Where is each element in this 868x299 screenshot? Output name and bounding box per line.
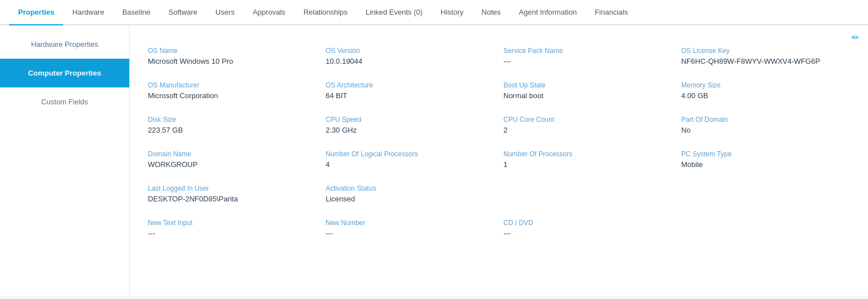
content-area: ✏ OS NameMicrosoft Windows 10 ProOS Vers… (130, 25, 868, 296)
property-label-14: Number Of Processors (503, 150, 668, 158)
property-value-16: DESKTOP-2NF0D85\Parita (148, 195, 312, 203)
property-cell-2: Service Pack Name--- (499, 39, 677, 73)
property-value-7: 4.00 GB (681, 91, 845, 100)
sidebar-item-custom-fields[interactable]: Custom Fields (0, 87, 129, 116)
property-cell-19 (677, 177, 854, 211)
property-label-2: Service Pack Name (503, 47, 668, 55)
property-cell-20: New Text Input--- (143, 211, 321, 245)
property-value-6: Normal boot (503, 91, 668, 100)
property-label-16: Last Logged In User (148, 184, 312, 192)
property-label-0: OS Name (148, 47, 312, 55)
property-label-6: Boot Up State (503, 81, 668, 89)
nav-tab-financials[interactable]: Financials (586, 0, 637, 25)
property-cell-7: Memory Size4.00 GB (677, 73, 854, 108)
nav-tab-approvals[interactable]: Approvals (244, 0, 295, 25)
property-label-8: Disk Size (148, 116, 312, 124)
property-label-15: PC System Type (681, 150, 845, 158)
property-cell-0: OS NameMicrosoft Windows 10 Pro (143, 39, 321, 73)
property-value-15: Mobile (681, 160, 845, 169)
property-cell-15: PC System TypeMobile (677, 142, 854, 177)
property-label-10: CPU Core Count (503, 116, 668, 124)
nav-tab-hardware[interactable]: Hardware (63, 0, 113, 25)
property-cell-18 (499, 177, 677, 211)
property-cell-13: Number Of Logical Processors4 (321, 142, 499, 177)
property-value-22: --- (503, 229, 668, 238)
nav-tab-relationships[interactable]: Relationships (295, 0, 357, 25)
property-label-12: Domain Name (148, 150, 312, 158)
property-cell-9: CPU Speed2.30 GHz (321, 108, 499, 142)
properties-grid: OS NameMicrosoft Windows 10 ProOS Versio… (143, 39, 854, 245)
property-cell-16: Last Logged In UserDESKTOP-2NF0D85\Parit… (143, 177, 321, 211)
property-value-2: --- (503, 57, 668, 65)
property-value-13: 4 (326, 160, 490, 169)
property-value-5: 64 BIT (326, 91, 490, 100)
property-label-22: CD / DVD (503, 219, 668, 227)
property-value-9: 2.30 GHz (326, 126, 490, 134)
property-value-20: --- (148, 229, 312, 238)
property-value-12: WORKGROUP (148, 160, 312, 169)
property-label-17: Activation Status (326, 184, 490, 192)
nav-tab-history[interactable]: History (432, 0, 472, 25)
property-label-11: Part Of Domain (681, 116, 845, 124)
property-label-7: Memory Size (681, 81, 845, 89)
property-value-1: 10.0.19044 (326, 57, 490, 65)
property-cell-4: OS ManufacturerMicrosoft Corporation (143, 73, 321, 108)
property-value-4: Microsoft Corporation (148, 91, 312, 100)
property-cell-12: Domain NameWORKGROUP (143, 142, 321, 177)
property-label-3: OS License Key (681, 47, 845, 55)
property-cell-11: Part Of DomainNo (677, 108, 854, 142)
property-cell-10: CPU Core Count2 (499, 108, 677, 142)
nav-tab-software[interactable]: Software (160, 0, 207, 25)
property-label-5: OS Architecture (326, 81, 490, 89)
property-label-4: OS Manufacturer (148, 81, 312, 89)
top-navigation: PropertiesHardwareBaselineSoftwareUsersA… (0, 0, 868, 25)
sidebar: Hardware PropertiesComputer PropertiesCu… (0, 25, 130, 296)
nav-tab-users[interactable]: Users (207, 0, 244, 25)
property-cell-23 (677, 211, 854, 245)
property-label-13: Number Of Logical Processors (326, 150, 490, 158)
property-label-21: New Number (326, 219, 490, 227)
sidebar-item-computer-properties[interactable]: Computer Properties (0, 59, 129, 87)
property-cell-22: CD / DVD--- (499, 211, 677, 245)
nav-tab-baseline[interactable]: Baseline (113, 0, 160, 25)
property-value-17: Licensed (326, 195, 490, 203)
property-value-21: --- (326, 229, 490, 238)
property-cell-8: Disk Size223.57 GB (143, 108, 321, 142)
nav-tab-properties[interactable]: Properties (9, 0, 63, 25)
property-value-14: 1 (503, 160, 668, 169)
property-value-11: No (681, 126, 845, 134)
property-label-1: OS Version (326, 47, 490, 55)
property-label-20: New Text Input (148, 219, 312, 227)
property-cell-3: OS License KeyNF6HC-QH89W-F8WYV-WWXV4-WF… (677, 39, 854, 73)
nav-tab-linked-events-(0)[interactable]: Linked Events (0) (357, 0, 432, 25)
property-value-3: NF6HC-QH89W-F8WYV-WWXV4-WFG6P (681, 57, 845, 65)
property-cell-21: New Number--- (321, 211, 499, 245)
sidebar-item-hardware-properties[interactable]: Hardware Properties (0, 30, 129, 59)
property-cell-17: Activation StatusLicensed (321, 177, 499, 211)
property-value-10: 2 (503, 126, 668, 134)
property-value-0: Microsoft Windows 10 Pro (148, 57, 312, 65)
edit-icon[interactable]: ✏ (852, 32, 859, 43)
nav-tab-notes[interactable]: Notes (472, 0, 510, 25)
property-value-8: 223.57 GB (148, 126, 312, 134)
property-cell-14: Number Of Processors1 (499, 142, 677, 177)
property-label-9: CPU Speed (326, 116, 490, 124)
property-cell-1: OS Version10.0.19044 (321, 39, 499, 73)
main-layout: Hardware PropertiesComputer PropertiesCu… (0, 25, 868, 296)
property-cell-6: Boot Up StateNormal boot (499, 73, 677, 108)
property-cell-5: OS Architecture64 BIT (321, 73, 499, 108)
nav-tab-agent-information[interactable]: Agent Information (510, 0, 586, 25)
